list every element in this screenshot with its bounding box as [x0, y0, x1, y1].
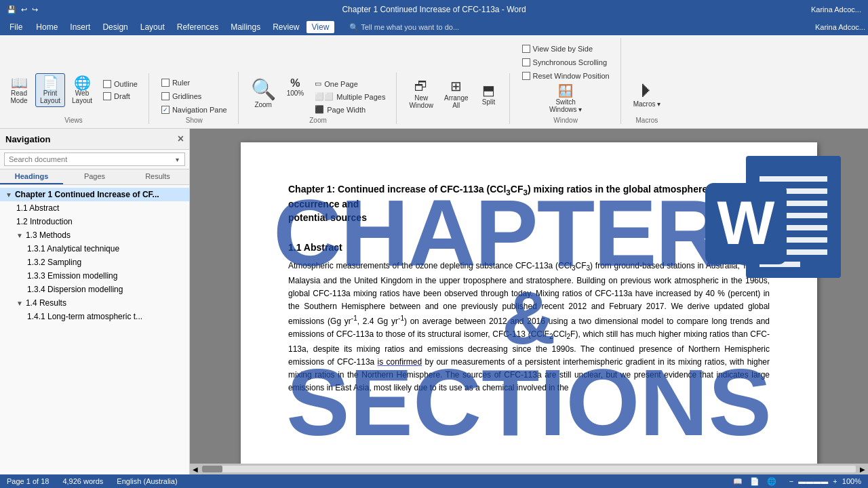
view-read-mode-status[interactable]: 📖 [733, 477, 743, 485]
tree-item-sampling[interactable]: 1.3.2 Sampling [0, 256, 189, 269]
read-mode-label: ReadMode [10, 89, 27, 104]
nav-tab-headings[interactable]: Headings [0, 169, 63, 184]
tree-item-chapter1-label: Chapter 1 Continued Increase of CF... [15, 190, 159, 199]
gridlines-toggle[interactable]: Gridlines [157, 91, 231, 102]
outline-checkbox[interactable] [103, 80, 111, 88]
tree-item-introduction-label: 1.2 Introduction [16, 217, 73, 226]
zoom-group-label: Zoom [309, 117, 327, 124]
nav-tab-results[interactable]: Results [126, 169, 189, 184]
nav-search-input[interactable] [4, 152, 185, 166]
new-window-icon: 🗗 [414, 79, 428, 94]
scroll-left-arrow[interactable]: ◀ [190, 466, 201, 473]
scroll-right-arrow[interactable]: ▶ [857, 466, 868, 473]
view-side-checkbox[interactable] [522, 45, 530, 53]
tree-item-introduction[interactable]: 1.2 Introduction [0, 215, 189, 228]
outline-label: Outline [114, 80, 138, 88]
arrange-all-button[interactable]: ⊞ ArrangeAll [440, 76, 473, 111]
split-button[interactable]: ⬒ Split [475, 80, 502, 108]
zoom-button[interactable]: 🔍 Zoom [247, 75, 280, 110]
draft-label: Draft [114, 92, 130, 100]
menu-references[interactable]: References [172, 21, 224, 33]
tree-item-dispersion[interactable]: 1.3.4 Dispersion modelling [0, 283, 189, 296]
one-page-icon: ▭ [315, 79, 321, 88]
zoom-slider-status[interactable]: ▬▬▬▬ [798, 477, 828, 485]
nav-pane-close-button[interactable]: × [178, 133, 184, 145]
view-side-label: View Side by Side [533, 45, 593, 53]
ribbon-group-zoom: 🔍 Zoom % 100% ▭One Page ⬜⬜Multiple Pages… [247, 73, 397, 124]
menu-insert[interactable]: Insert [64, 21, 96, 33]
tree-item-analytical-label: 1.3.1 Analytical technique [27, 244, 119, 253]
sync-scroll-label: Synchronous Scrolling [533, 58, 607, 66]
gridlines-checkbox[interactable] [161, 92, 170, 100]
zoom-label: Zoom [254, 101, 272, 108]
title-bar-user-menu: Karina Adcoc... [815, 23, 865, 31]
tree-item-results[interactable]: 1.4 Results [0, 296, 189, 310]
menu-bar: File Home Insert Design Layout Reference… [0, 19, 868, 35]
reset-window-toggle[interactable]: Reset Window Position [518, 70, 614, 81]
abstract-title-text: 1.1 Abstract [288, 242, 342, 253]
zoom-out-status[interactable]: − [789, 477, 793, 485]
page-width-button[interactable]: ⬛Page Width [311, 104, 389, 115]
web-layout-label: WebLayout [72, 89, 92, 104]
print-layout-label: PrintLayout [40, 89, 60, 104]
menu-home[interactable]: Home [31, 21, 63, 33]
title-bar-left: 💾 ↩ ↪ [7, 5, 142, 14]
menu-view[interactable]: View [307, 21, 335, 33]
tree-item-abstract[interactable]: 1.1 Abstract [0, 201, 189, 215]
web-layout-button[interactable]: 🌐 WebLayout [68, 74, 96, 106]
view-side-toggle[interactable]: View Side by Side [518, 43, 614, 54]
read-mode-icon: 📖 [11, 76, 28, 89]
scroll-track[interactable] [202, 466, 856, 472]
nav-search-dropdown[interactable]: ▾ [176, 156, 179, 163]
word-logo: W [705, 149, 854, 285]
tree-item-longterm[interactable]: 1.4.1 Long-term atmospheric t... [0, 310, 189, 323]
scroll-thumb[interactable] [202, 466, 222, 472]
zoom-in-status[interactable]: + [833, 477, 837, 485]
reset-window-checkbox[interactable] [522, 72, 530, 80]
tree-item-chapter1[interactable]: Chapter 1 Continued Increase of CF... [0, 188, 189, 201]
navpane-toggle[interactable]: Navigation Pane [157, 104, 231, 115]
sync-scroll-checkbox[interactable] [522, 58, 530, 66]
ribbon-group-show: Ruler Gridlines Navigation Pane Show [157, 72, 239, 124]
navpane-checkbox[interactable] [161, 106, 170, 114]
menu-layout[interactable]: Layout [135, 21, 170, 33]
tree-item-analytical[interactable]: 1.3.1 Analytical technique [0, 242, 189, 256]
draft-checkbox[interactable] [103, 92, 111, 100]
new-window-button[interactable]: 🗗 NewWindow [405, 77, 437, 111]
nav-tab-pages[interactable]: Pages [63, 169, 126, 184]
page-info: Page 1 of 18 [7, 477, 49, 485]
sync-scroll-toggle[interactable]: Synchronous Scrolling [518, 57, 614, 68]
title-bar: 💾 ↩ ↪ Chapter 1 Continued Increase of CF… [0, 0, 868, 19]
tree-item-emission[interactable]: 1.3.3 Emission modelling [0, 269, 189, 283]
tree-item-methods[interactable]: 1.3 Methods [0, 228, 189, 242]
svg-rect-1 [760, 176, 827, 182]
print-layout-button[interactable]: 📄 PrintLayout [35, 73, 65, 107]
outline-button[interactable]: Outline [99, 79, 142, 89]
quick-access-save[interactable]: 💾 [7, 5, 16, 14]
quick-access-undo[interactable]: ↩ [21, 5, 27, 14]
draft-button[interactable]: Draft [99, 91, 142, 102]
read-mode-button[interactable]: 📖 ReadMode [5, 74, 33, 106]
zoom-percent-button[interactable]: % 100% [283, 75, 309, 99]
word-count: 4,926 words [62, 477, 103, 485]
view-web-status[interactable]: 🌐 [767, 477, 776, 485]
view-print-status[interactable]: 📄 [750, 477, 760, 485]
menu-mailings[interactable]: Mailings [225, 21, 266, 33]
window-options: View Side by Side Synchronous Scrolling … [518, 38, 614, 81]
menu-review[interactable]: Review [267, 21, 304, 33]
document-area: Chapter 1: Continued increase of CFC-113… [190, 129, 868, 488]
one-page-button[interactable]: ▭One Page [311, 78, 389, 89]
macros-button[interactable]: ⏵ Macros ▾ [629, 76, 665, 110]
switch-windows-button[interactable]: 🪟 SwitchWindows ▾ [545, 81, 586, 115]
switch-windows-icon: 🪟 [558, 83, 573, 98]
macros-buttons: ⏵ Macros ▾ [629, 73, 665, 110]
ribbon-group-window-btns: 🗗 NewWindow ⊞ ArrangeAll ⬒ Split [405, 73, 509, 124]
multiple-pages-button[interactable]: ⬜⬜Multiple Pages [311, 91, 389, 102]
print-layout-icon: 📄 [42, 76, 59, 89]
menu-design[interactable]: Design [97, 21, 133, 33]
ruler-checkbox[interactable] [161, 79, 170, 87]
menu-search: 🔍 Tell me what you want to do... [349, 23, 459, 32]
menu-file[interactable]: File [3, 21, 29, 33]
quick-access-redo[interactable]: ↪ [32, 5, 38, 14]
ruler-toggle[interactable]: Ruler [157, 77, 231, 88]
